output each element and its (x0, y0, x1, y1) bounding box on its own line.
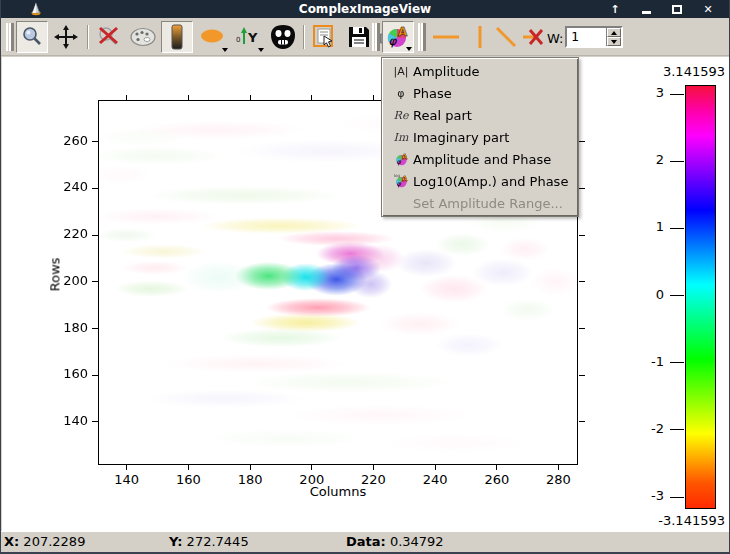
display-mode-dropdown-arrow[interactable] (406, 47, 412, 51)
dline-profile-button[interactable] (490, 21, 522, 53)
colorbar-tick (670, 161, 684, 162)
hline-profile-button[interactable] (430, 21, 462, 53)
menu-item-amplitude-and-phase[interactable]: φ AAmplitude and Phase (383, 148, 577, 170)
status-y: Y: 272.7445 (169, 534, 249, 549)
mask-icon (270, 24, 296, 50)
delete-line-icon (521, 27, 549, 47)
colorbar-tick (670, 497, 684, 498)
amp-phase-icon: φ A (389, 152, 413, 167)
y-tick-label: 140 (54, 413, 88, 428)
toolbar: 0 Y (1, 18, 729, 56)
mask-button[interactable] (267, 21, 299, 53)
menu-item-label: Log10(Amp.) and Phase (413, 174, 568, 189)
y-tick (92, 281, 98, 282)
shade-button[interactable]: ↑ (608, 2, 622, 16)
y-tick (579, 421, 585, 422)
toolbar-separator (303, 25, 305, 49)
y-axis-icon: 0 Y (235, 25, 263, 49)
x-tick (373, 95, 374, 100)
y-tick (92, 328, 98, 329)
maximize-button[interactable] (670, 2, 684, 16)
colorbar-tick-label: -2 (638, 421, 664, 436)
display-mode-button[interactable]: φ A (382, 21, 414, 53)
line-width-spinbox[interactable]: 1 (565, 26, 623, 48)
menu-item-real-part[interactable]: ReReal part (383, 104, 577, 126)
menu-item-label: Amplitude (413, 64, 480, 79)
x-tick-label: 260 (477, 472, 517, 487)
colorbar-toggle-button[interactable] (161, 21, 193, 53)
menu-item-amplitude[interactable]: |A|Amplitude (383, 60, 577, 82)
colorbar-tick (670, 429, 684, 430)
status-x: X: 207.2289 (4, 534, 85, 549)
ellipse-roi-button[interactable] (197, 21, 229, 53)
y-tick (579, 328, 585, 329)
y-tick (579, 375, 585, 376)
complex-image-view-window: ComplexImageView ↑ ✕ (0, 0, 730, 554)
colorbar-tick-label: 0 (638, 287, 664, 302)
y-tick (92, 375, 98, 376)
pan-button[interactable] (50, 21, 82, 53)
colorbar-tick (670, 228, 684, 229)
move-icon (54, 25, 78, 49)
display-mode-menu: |A|AmplitudeφPhaseReReal partImImaginary… (381, 57, 579, 217)
axes-settings-button[interactable]: 0 Y (233, 21, 265, 53)
svg-text:A: A (402, 152, 408, 160)
menu-item-imaginary-part[interactable]: ImImaginary part (383, 126, 577, 148)
line-width-value[interactable]: 1 (567, 28, 606, 46)
reset-zoom-button[interactable] (93, 21, 125, 53)
colorbar-tick-label: 2 (638, 152, 664, 167)
colorbar-tick (670, 295, 684, 296)
y-tick (92, 235, 98, 236)
svg-text:φ: φ (389, 34, 398, 48)
y-tick (92, 141, 98, 142)
x-tick (188, 465, 189, 470)
palette-button[interactable] (127, 21, 159, 53)
toolbar-grip[interactable] (6, 23, 14, 51)
spin-down-button[interactable] (607, 37, 621, 46)
x-tick (188, 95, 189, 100)
x-tick (126, 465, 127, 470)
zoom-button[interactable] (16, 21, 48, 53)
y-tick (579, 141, 585, 142)
colorbar-tick (670, 94, 684, 95)
menu-item-set-amplitude-range: Set Amplitude Range... (383, 192, 577, 214)
axes-dropdown-arrow[interactable] (258, 48, 264, 52)
toolbar-grip[interactable] (372, 23, 380, 51)
status-bar: X: 207.2289 Y: 272.7445 Data: 0.34792 (1, 531, 729, 552)
x-tick (250, 95, 251, 100)
menu-item-log10-amp-and-phase[interactable]: log φ ALog10(Amp.) and Phase (383, 170, 577, 192)
x-tick (496, 465, 497, 470)
toolbar-grip[interactable] (418, 23, 426, 51)
colorbar-max-label: 3.141593 (615, 64, 725, 79)
app-icon[interactable] (29, 2, 43, 16)
im-icon: Im (389, 131, 413, 144)
menu-item-label: Real part (413, 108, 472, 123)
svg-text:log: log (394, 174, 401, 178)
menu-item-label: Set Amplitude Range... (413, 196, 563, 211)
save-button[interactable] (343, 21, 375, 53)
menu-item-phase[interactable]: φPhase (383, 82, 577, 104)
svg-text:A: A (398, 25, 408, 39)
y-tick (92, 188, 98, 189)
spin-up-button[interactable] (607, 28, 621, 37)
minimize-button[interactable] (639, 2, 653, 16)
line-width-label: W: (547, 31, 563, 46)
y-axis-label: Rows (47, 258, 62, 292)
x-tick (373, 465, 374, 470)
menu-item-label: Phase (413, 86, 452, 101)
x-tick-label: 160 (168, 472, 208, 487)
x-axis-label: Columns (228, 484, 448, 499)
ellipse-dropdown-arrow[interactable] (222, 48, 228, 52)
x-tick (558, 465, 559, 470)
svg-text:0: 0 (236, 36, 240, 44)
y-tick (92, 421, 98, 422)
copy-icon (312, 24, 338, 50)
copy-data-button[interactable] (309, 21, 341, 53)
title-bar: ComplexImageView ↑ ✕ (1, 0, 729, 18)
svg-text:φ: φ (396, 180, 401, 188)
toolbar-separator (87, 25, 89, 49)
colorbar-tick-label: 1 (638, 219, 664, 234)
x-tick (250, 465, 251, 470)
x-tick-label: 140 (107, 472, 147, 487)
close-button[interactable]: ✕ (701, 2, 715, 16)
